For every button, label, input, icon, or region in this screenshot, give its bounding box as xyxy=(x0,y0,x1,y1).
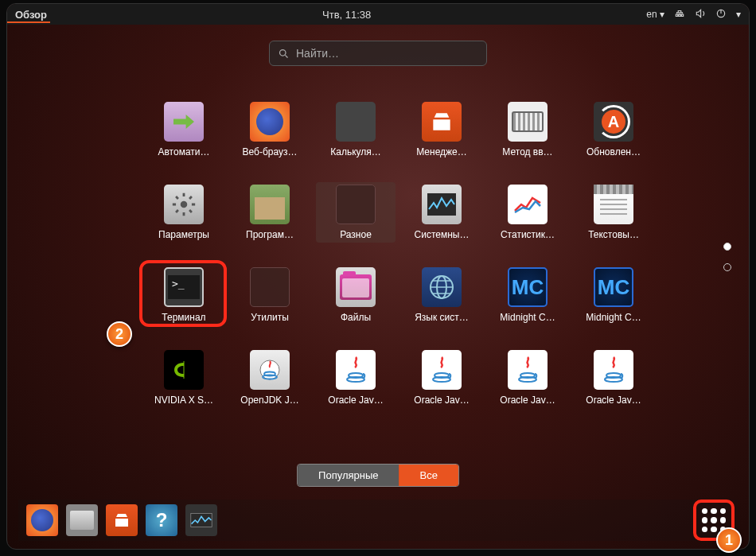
app-system-monitor[interactable]: Системны… xyxy=(402,182,481,243)
app-label: Терминал xyxy=(162,312,205,323)
keyboard-layout-indicator[interactable]: en ▾ xyxy=(646,9,664,20)
svg-point-1 xyxy=(280,49,286,56)
app-label: Програм… xyxy=(246,229,294,240)
app-updater[interactable]: Обновлен… xyxy=(574,99,653,160)
app-openjdk[interactable]: OpenJDK J… xyxy=(230,348,310,408)
annotation-badge-1: 1 xyxy=(716,527,742,553)
app-settings[interactable]: Параметры xyxy=(144,182,224,243)
search-icon xyxy=(278,48,290,60)
app-label: Oracle Jav… xyxy=(328,395,383,406)
app-label: Файлы xyxy=(341,312,371,323)
java-icon xyxy=(336,350,376,390)
clock[interactable]: Чтв, 11:38 xyxy=(322,9,371,21)
pkg-icon xyxy=(250,185,290,224)
app-auto-login[interactable]: Автомати… xyxy=(144,99,224,160)
term-icon: >_ xyxy=(164,267,204,307)
app-label: Калькуля… xyxy=(330,146,381,157)
app-oracle-4[interactable]: Oracle Jav… xyxy=(574,348,653,408)
keyboard-icon xyxy=(508,102,548,142)
app-label: Обновлен… xyxy=(586,146,641,157)
app-label: Параметры xyxy=(158,229,209,240)
app-label: Веб-брауз… xyxy=(243,146,298,157)
java-icon xyxy=(508,350,548,390)
app-oracle-2[interactable]: Oracle Jav… xyxy=(402,348,481,408)
firefox-icon xyxy=(250,102,290,142)
app-label: Язык сист… xyxy=(415,312,469,323)
app-language[interactable]: Язык сист… xyxy=(402,265,481,325)
dock-files[interactable] xyxy=(66,504,98,536)
app-label: Системны… xyxy=(415,229,470,240)
nvidia-icon xyxy=(164,350,204,390)
app-label: Oracle Jav… xyxy=(500,395,555,406)
svg-point-12 xyxy=(433,377,450,382)
dock-help[interactable]: ? xyxy=(146,504,177,536)
search-input[interactable]: Найти… xyxy=(269,41,487,66)
app-label: NVIDIA X S… xyxy=(154,395,213,406)
folder-utilities[interactable]: Утилиты xyxy=(230,265,310,325)
dock-software[interactable] xyxy=(106,504,138,536)
stats-icon xyxy=(508,185,548,224)
dock-firefox[interactable] xyxy=(26,504,58,536)
app-label: Метод вв… xyxy=(502,146,552,157)
volume-icon[interactable] xyxy=(695,8,706,21)
app-label: Текстовы… xyxy=(588,229,639,240)
app-label: Oracle Jav… xyxy=(414,395,469,406)
utils-icon xyxy=(250,267,290,307)
app-label: Разное xyxy=(340,229,372,240)
mc-icon: MC xyxy=(594,267,633,307)
lang-icon xyxy=(422,267,462,307)
app-label: Midnight C… xyxy=(500,312,555,323)
app-label: Утилиты xyxy=(251,312,289,323)
java-icon xyxy=(594,350,633,390)
app-firefox[interactable]: Веб-брауз… xyxy=(230,99,310,160)
folder-misc[interactable]: Разное xyxy=(316,182,396,243)
top-bar: Обзор Чтв, 11:38 en ▾ ▾ xyxy=(7,4,749,25)
svg-point-2 xyxy=(181,201,188,208)
view-switcher: Популярные Все xyxy=(297,464,459,487)
svg-point-10 xyxy=(347,377,364,382)
text-icon xyxy=(594,185,633,224)
app-stats[interactable]: Статистик… xyxy=(488,182,567,243)
mc-icon: MC xyxy=(508,267,548,307)
app-oracle-1[interactable]: Oracle Jav… xyxy=(316,348,396,408)
misc-icon xyxy=(336,185,376,224)
sysmon-icon xyxy=(422,185,462,224)
app-software[interactable]: Менедже… xyxy=(402,99,481,160)
power-icon[interactable] xyxy=(715,8,727,21)
settings-icon xyxy=(164,185,204,224)
update-icon xyxy=(594,102,633,142)
app-text-editor[interactable]: Текстовы… xyxy=(574,182,653,243)
java-icon xyxy=(422,350,462,390)
svg-rect-17 xyxy=(191,513,212,527)
page-dot-1[interactable] xyxy=(723,243,731,251)
tab-frequent[interactable]: Популярные xyxy=(298,465,399,486)
search-placeholder: Найти… xyxy=(296,47,339,60)
app-packages[interactable]: Програм… xyxy=(230,182,310,243)
app-label: OpenJDK J… xyxy=(240,395,298,406)
app-label: Midnight C… xyxy=(586,312,641,323)
openjdk-icon xyxy=(250,350,290,390)
dock-system-monitor[interactable] xyxy=(185,504,217,536)
app-files[interactable]: Файлы xyxy=(316,265,396,325)
network-icon[interactable] xyxy=(674,8,685,21)
app-label: Менедже… xyxy=(416,146,467,157)
dropdown-icon: ▾ xyxy=(736,9,741,20)
calc-icon xyxy=(336,102,376,142)
app-terminal[interactable]: >_Терминал xyxy=(144,265,224,325)
app-input-method[interactable]: Метод вв… xyxy=(488,99,567,160)
app-grid: Автомати…Веб-брауз…Калькуля…Менедже…Мето… xyxy=(144,99,653,408)
app-label: Oracle Jav… xyxy=(586,395,641,406)
app-mc-2[interactable]: MCMidnight C… xyxy=(574,265,653,325)
app-mc-1[interactable]: MCMidnight C… xyxy=(488,265,567,325)
app-calculator[interactable]: Калькуля… xyxy=(316,99,396,160)
svg-point-16 xyxy=(605,377,622,382)
activities-button[interactable]: Обзор xyxy=(15,9,47,21)
software-icon xyxy=(422,102,462,142)
page-dot-2[interactable] xyxy=(723,263,731,271)
app-oracle-3[interactable]: Oracle Jav… xyxy=(488,348,567,408)
page-indicator[interactable] xyxy=(723,243,731,271)
app-label: Автомати… xyxy=(158,146,209,157)
login-icon xyxy=(164,102,204,142)
tab-all[interactable]: Все xyxy=(399,465,458,486)
app-nvidia[interactable]: NVIDIA X S… xyxy=(144,348,224,408)
